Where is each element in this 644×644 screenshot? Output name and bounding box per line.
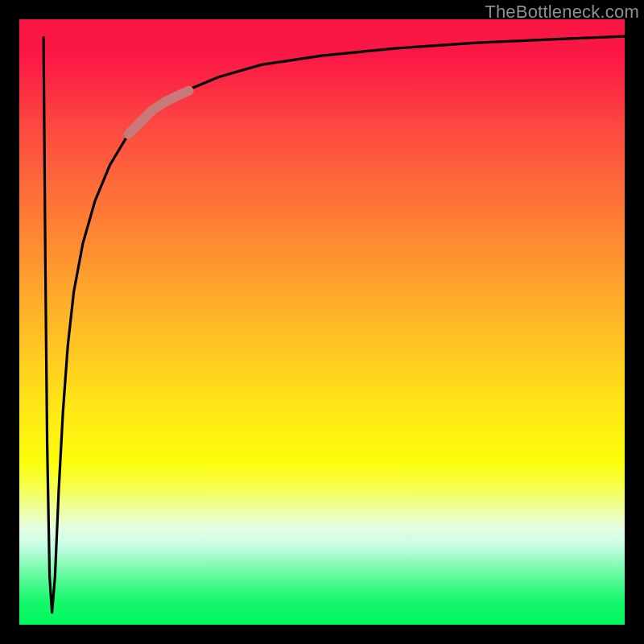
bottleneck-curve xyxy=(43,36,625,613)
chart-stage: TheBottleneck.com xyxy=(0,0,644,644)
highlight-segment xyxy=(128,91,188,134)
curve-layer xyxy=(19,19,625,625)
